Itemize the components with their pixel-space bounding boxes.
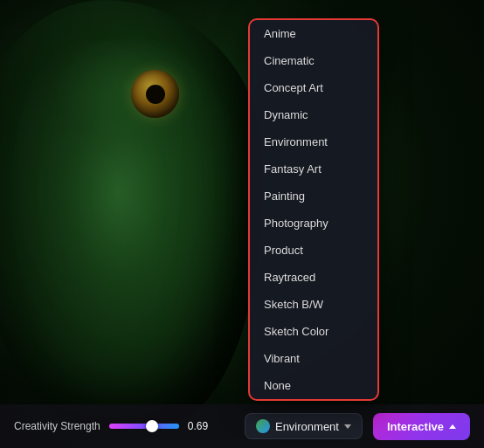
dropdown-item-product[interactable]: Product bbox=[250, 237, 377, 264]
chevron-up-icon bbox=[449, 424, 456, 429]
chevron-down-icon bbox=[344, 424, 351, 429]
interactive-button[interactable]: Interactive bbox=[373, 413, 470, 440]
dropdown-item-raytraced[interactable]: Raytraced bbox=[250, 264, 377, 291]
creativity-strength-section: Creativity Strength 0.69 bbox=[14, 420, 234, 432]
style-dropdown-menu: AnimeCinematicConcept ArtDynamicEnvironm… bbox=[248, 18, 379, 401]
dropdown-item-photography[interactable]: Photography bbox=[250, 210, 377, 237]
background-image bbox=[0, 0, 484, 448]
interactive-button-label: Interactive bbox=[387, 420, 444, 433]
dropdown-item-environment[interactable]: Environment bbox=[250, 128, 377, 155]
creativity-slider[interactable] bbox=[109, 424, 179, 429]
dropdown-item-sketch-bw[interactable]: Sketch B/W bbox=[250, 291, 377, 318]
dropdown-item-fantasy-art[interactable]: Fantasy Art bbox=[250, 155, 377, 183]
creativity-value: 0.69 bbox=[188, 420, 212, 432]
dropdown-item-cinematic[interactable]: Cinematic bbox=[250, 47, 377, 74]
dropdown-item-painting[interactable]: Painting bbox=[250, 183, 377, 210]
dropdown-item-none[interactable]: None bbox=[250, 372, 377, 399]
dropdown-item-dynamic[interactable]: Dynamic bbox=[250, 101, 377, 128]
dropdown-item-concept-art[interactable]: Concept Art bbox=[250, 74, 377, 101]
dropdown-item-sketch-color[interactable]: Sketch Color bbox=[250, 318, 377, 345]
environment-button[interactable]: Environment bbox=[245, 413, 363, 439]
creativity-label: Creativity Strength bbox=[14, 420, 100, 432]
environment-icon bbox=[256, 419, 270, 433]
dropdown-item-anime[interactable]: Anime bbox=[250, 20, 377, 47]
dropdown-item-vibrant[interactable]: Vibrant bbox=[250, 345, 377, 372]
slider-thumb bbox=[146, 420, 158, 432]
bottom-toolbar: Creativity Strength 0.69 Environment Int… bbox=[0, 404, 484, 448]
environment-button-label: Environment bbox=[275, 420, 339, 433]
